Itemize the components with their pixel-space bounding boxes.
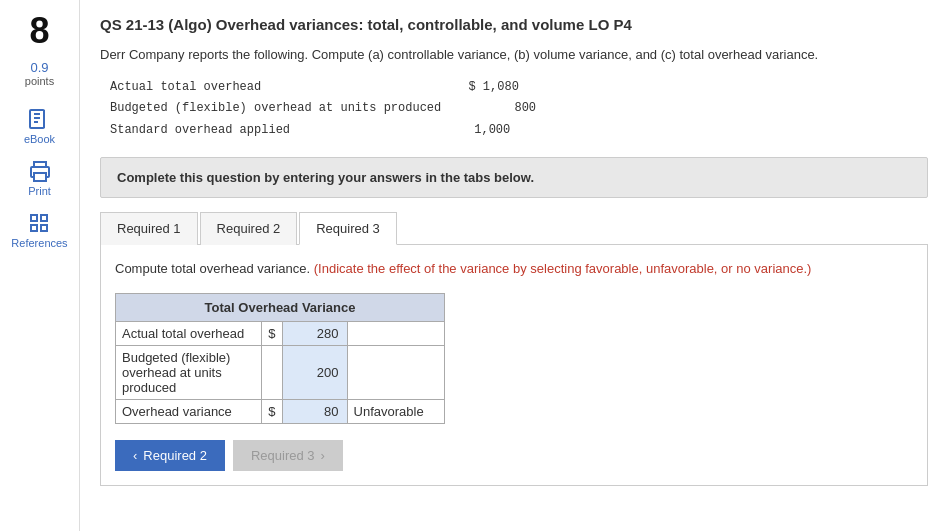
sidebar-item-print[interactable]: Print — [28, 159, 52, 197]
question-title: QS 21-13 (Algo) Overhead variances: tota… — [100, 16, 928, 33]
next-button[interactable]: Required 3 › — [233, 440, 343, 471]
sidebar: 8 0.9 points eBook Print Re — [0, 0, 80, 531]
tab-required-2[interactable]: Required 2 — [200, 212, 298, 245]
fin-value-2: 800 — [448, 101, 536, 115]
fin-label-3: Standard overhead applied — [110, 123, 290, 137]
fin-value-1: $ 1,080 — [268, 80, 518, 94]
financial-data: Actual total overhead $ 1,080 Budgeted (… — [100, 77, 928, 142]
fin-label-1: Actual total overhead — [110, 80, 261, 94]
print-icon — [28, 159, 52, 183]
chevron-right-icon: › — [321, 448, 325, 463]
fin-label-2: Budgeted (flexible) overhead at units pr… — [110, 101, 441, 115]
table-row: Budgeted (flexible) overhead at units pr… — [116, 345, 445, 399]
row3-variance-label: Unfavorable — [347, 399, 444, 423]
score-value: 0.9 — [25, 60, 54, 75]
row2-dollar — [262, 345, 282, 399]
print-label: Print — [28, 185, 51, 197]
fin-value-3: 1,000 — [297, 123, 510, 137]
question-description: Derr Company reports the following. Comp… — [100, 45, 928, 65]
score-label: points — [25, 75, 54, 87]
chevron-left-icon: ‹ — [133, 448, 137, 463]
row2-variance — [347, 345, 444, 399]
description-before: Compute total overhead variance. — [115, 261, 310, 276]
references-label: References — [11, 237, 67, 249]
sidebar-item-ebook[interactable]: eBook — [24, 107, 55, 145]
prev-button[interactable]: ‹ Required 2 — [115, 440, 225, 471]
svg-rect-1 — [34, 173, 46, 181]
question-number: 8 — [29, 10, 49, 52]
table-row: Actual total overhead $ 280 — [116, 321, 445, 345]
row3-label: Overhead variance — [116, 399, 262, 423]
row3-dollar: $ — [262, 399, 282, 423]
table-row: Overhead variance $ 80 Unfavorable — [116, 399, 445, 423]
financial-row-1: Actual total overhead $ 1,080 — [110, 77, 928, 99]
sidebar-item-references[interactable]: References — [11, 211, 67, 249]
tab-bar: Required 1 Required 2 Required 3 — [100, 212, 928, 245]
book-icon — [27, 107, 51, 131]
tab-description: Compute total overhead variance. (Indica… — [115, 259, 913, 279]
tab-required-3[interactable]: Required 3 — [299, 212, 397, 245]
row2-value: 200 — [282, 345, 347, 399]
prev-label: Required 2 — [143, 448, 207, 463]
financial-row-2: Budgeted (flexible) overhead at units pr… — [110, 98, 928, 120]
financial-row-3: Standard overhead applied 1,000 — [110, 120, 928, 142]
tab-content: Compute total overhead variance. (Indica… — [100, 244, 928, 486]
score-display: 0.9 points — [25, 60, 54, 87]
table-header: Total Overhead Variance — [116, 293, 445, 321]
variance-table: Total Overhead Variance Actual total ove… — [115, 293, 445, 424]
row3-value: 80 — [282, 399, 347, 423]
instruction-text: Complete this question by entering your … — [117, 170, 534, 185]
row1-dollar: $ — [262, 321, 282, 345]
next-label: Required 3 — [251, 448, 315, 463]
row1-variance — [347, 321, 444, 345]
instruction-box: Complete this question by entering your … — [100, 157, 928, 198]
references-icon — [27, 211, 51, 235]
row1-label: Actual total overhead — [116, 321, 262, 345]
nav-buttons: ‹ Required 2 Required 3 › — [115, 440, 913, 471]
row2-label: Budgeted (flexible) overhead at units pr… — [116, 345, 262, 399]
ebook-label: eBook — [24, 133, 55, 145]
main-content: QS 21-13 (Algo) Overhead variances: tota… — [80, 0, 948, 531]
row1-value: 280 — [282, 321, 347, 345]
tab-required-1[interactable]: Required 1 — [100, 212, 198, 245]
instruction-hint: (Indicate the effect of the variance by … — [314, 261, 812, 276]
